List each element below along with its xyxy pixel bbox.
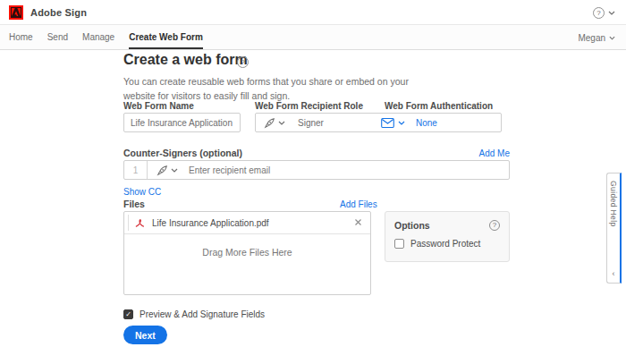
guided-help-tab[interactable]: Guided Help ‹ (606, 173, 622, 284)
user-menu[interactable]: Megan (578, 25, 615, 50)
top-bar: Adobe Sign ? (0, 0, 626, 25)
counter-signers-label: Counter-Signers (optional) (123, 148, 242, 158)
password-protect-checkbox[interactable] (394, 239, 404, 249)
preview-signature-checkbox[interactable]: ✓ (123, 309, 133, 319)
recipient-role-field[interactable]: Signer None (255, 113, 502, 132)
recipient-role-label: Web Form Recipient Role (255, 101, 363, 111)
chevron-down-icon (398, 121, 405, 125)
page-description: You can create reusable web forms that y… (123, 74, 438, 104)
options-title: Options (394, 220, 489, 231)
adobe-sign-window: Adobe Sign ? Home Send Manage Create Web… (0, 0, 626, 364)
recipient-email-input[interactable] (189, 165, 509, 175)
authentication-selector[interactable]: None (381, 114, 437, 131)
preview-signature-label: Preview & Add Signature Fields (140, 309, 265, 319)
show-cc-link[interactable]: Show CC (123, 187, 161, 197)
chevron-down-icon (609, 36, 615, 40)
next-button[interactable]: Next (123, 326, 167, 344)
signer-pen-icon (264, 117, 275, 129)
title-help-icon[interactable]: ? (237, 56, 249, 68)
password-protect-label: Password Protect (410, 239, 480, 249)
help-icon[interactable]: ? (593, 7, 605, 19)
counter-signer-row: 1 (123, 160, 510, 180)
file-name: Life Insurance Application.pdf (152, 218, 269, 228)
email-icon (381, 118, 394, 128)
drop-hint: Drag More Files Here (124, 234, 370, 295)
add-files-link[interactable]: Add Files (340, 199, 377, 209)
add-me-link[interactable]: Add Me (479, 148, 510, 158)
pdf-file-icon (134, 217, 146, 229)
nav-item-manage[interactable]: Manage (82, 25, 114, 49)
files-drop-zone[interactable]: Life Insurance Application.pdf Drag More… (123, 211, 371, 295)
files-label: Files (123, 199, 145, 209)
nav-item-create-web-form[interactable]: Create Web Form (129, 25, 203, 49)
page-title: Create a web form (123, 52, 248, 68)
guided-help-label: Guided Help (609, 181, 618, 227)
authentication-value[interactable]: None (416, 118, 437, 128)
chevron-down-icon[interactable] (171, 168, 178, 173)
user-name: Megan (578, 33, 605, 43)
options-help-icon[interactable]: ? (489, 220, 500, 231)
nav-bar: Home Send Manage Create Web Form Megan (0, 25, 626, 50)
chevron-left-icon: ‹ (613, 270, 615, 278)
brand-title: Adobe Sign (30, 7, 87, 18)
web-form-name-input[interactable] (123, 113, 241, 132)
file-row: Life Insurance Application.pdf (124, 212, 370, 234)
chevron-down-icon (278, 121, 285, 125)
nav-item-send[interactable]: Send (47, 25, 68, 49)
nav-item-home[interactable]: Home (9, 25, 33, 49)
close-icon (354, 218, 362, 226)
help-menu[interactable]: ? (593, 0, 615, 25)
preview-signature-row: ✓ Preview & Add Signature Fields (123, 309, 265, 319)
web-form-name-label: Web Form Name (123, 101, 194, 111)
authentication-label: Web Form Authentication (385, 101, 493, 111)
remove-file-button[interactable] (354, 218, 362, 226)
options-panel: Options ? Password Protect (385, 211, 510, 262)
signer-index: 1 (124, 161, 148, 179)
recipient-role-value: Signer (298, 118, 324, 128)
adobe-logo-icon (9, 5, 23, 20)
chevron-down-icon (608, 11, 615, 15)
adobe-a-mark (12, 8, 21, 16)
signer-pen-icon (156, 165, 168, 176)
